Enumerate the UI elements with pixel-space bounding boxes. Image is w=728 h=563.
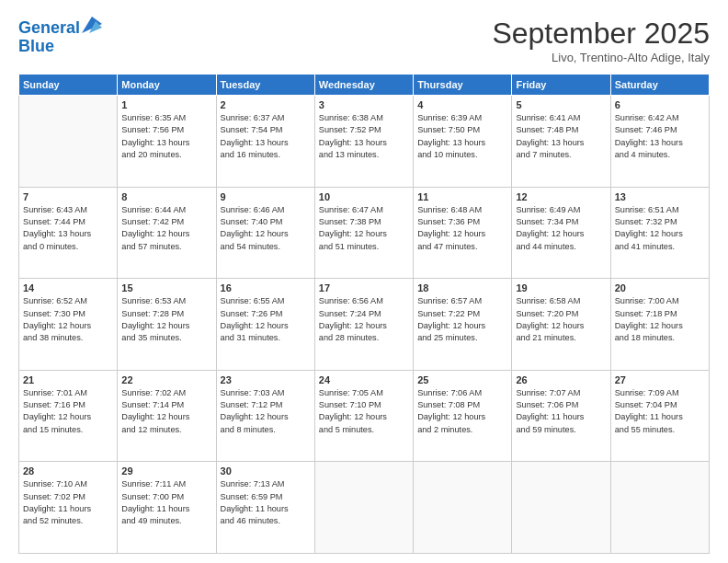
logo-blue: Blue xyxy=(18,37,54,55)
day-cell: 17Sunrise: 6:56 AM Sunset: 7:24 PM Dayli… xyxy=(314,279,413,371)
day-info: Sunrise: 7:05 AM Sunset: 7:10 PM Dayligh… xyxy=(319,387,409,436)
month-title: September 2025 xyxy=(492,17,710,51)
day-number: 18 xyxy=(417,282,507,293)
day-cell: 30Sunrise: 7:13 AM Sunset: 6:59 PM Dayli… xyxy=(216,462,314,554)
day-cell: 25Sunrise: 7:06 AM Sunset: 7:08 PM Dayli… xyxy=(414,370,512,462)
day-cell: 23Sunrise: 7:03 AM Sunset: 7:12 PM Dayli… xyxy=(216,370,314,462)
day-cell: 16Sunrise: 6:55 AM Sunset: 7:26 PM Dayli… xyxy=(216,279,314,371)
day-info: Sunrise: 6:56 AM Sunset: 7:24 PM Dayligh… xyxy=(319,295,409,344)
day-info: Sunrise: 7:09 AM Sunset: 7:04 PM Dayligh… xyxy=(615,387,705,436)
day-number: 28 xyxy=(23,465,113,477)
day-header-saturday: Saturday xyxy=(610,75,709,96)
day-cell: 22Sunrise: 7:02 AM Sunset: 7:14 PM Dayli… xyxy=(118,370,216,462)
day-info: Sunrise: 7:02 AM Sunset: 7:14 PM Dayligh… xyxy=(121,387,211,436)
week-row-5: 28Sunrise: 7:10 AM Sunset: 7:02 PM Dayli… xyxy=(19,462,710,554)
day-number: 9 xyxy=(221,191,311,202)
day-info: Sunrise: 6:46 AM Sunset: 7:40 PM Dayligh… xyxy=(221,204,311,253)
day-info: Sunrise: 7:13 AM Sunset: 6:59 PM Dayligh… xyxy=(221,478,311,527)
day-info: Sunrise: 6:52 AM Sunset: 7:30 PM Dayligh… xyxy=(23,295,113,344)
day-info: Sunrise: 6:51 AM Sunset: 7:32 PM Dayligh… xyxy=(615,204,705,253)
day-info: Sunrise: 7:01 AM Sunset: 7:16 PM Dayligh… xyxy=(23,387,113,436)
day-number: 8 xyxy=(121,191,211,202)
day-number: 27 xyxy=(615,374,705,385)
day-cell: 13Sunrise: 6:51 AM Sunset: 7:32 PM Dayli… xyxy=(610,187,709,279)
day-number: 24 xyxy=(319,374,409,385)
page: General Blue September 2025 Livo, Trenti… xyxy=(0,0,728,563)
day-number: 6 xyxy=(615,99,705,110)
day-cell: 29Sunrise: 7:11 AM Sunset: 7:00 PM Dayli… xyxy=(118,462,216,554)
day-number: 10 xyxy=(319,191,409,202)
day-info: Sunrise: 6:48 AM Sunset: 7:36 PM Dayligh… xyxy=(417,204,507,253)
day-number: 20 xyxy=(615,282,705,293)
day-header-sunday: Sunday xyxy=(19,75,118,96)
day-cell xyxy=(512,462,610,554)
day-cell: 18Sunrise: 6:57 AM Sunset: 7:22 PM Dayli… xyxy=(414,279,512,371)
day-cell: 1Sunrise: 6:35 AM Sunset: 7:56 PM Daylig… xyxy=(118,96,216,188)
day-info: Sunrise: 6:44 AM Sunset: 7:42 PM Dayligh… xyxy=(121,204,211,253)
day-info: Sunrise: 6:41 AM Sunset: 7:48 PM Dayligh… xyxy=(516,112,606,161)
calendar-header: SundayMondayTuesdayWednesdayThursdayFrid… xyxy=(19,75,710,96)
day-number: 22 xyxy=(121,374,211,385)
week-row-1: 1Sunrise: 6:35 AM Sunset: 7:56 PM Daylig… xyxy=(19,96,710,188)
day-cell: 28Sunrise: 7:10 AM Sunset: 7:02 PM Dayli… xyxy=(19,462,118,554)
day-info: Sunrise: 6:47 AM Sunset: 7:38 PM Dayligh… xyxy=(319,204,409,253)
day-cell xyxy=(19,96,118,188)
subtitle: Livo, Trentino-Alto Adige, Italy xyxy=(492,51,710,64)
day-cell: 19Sunrise: 6:58 AM Sunset: 7:20 PM Dayli… xyxy=(512,279,610,371)
day-cell: 2Sunrise: 6:37 AM Sunset: 7:54 PM Daylig… xyxy=(216,96,314,188)
day-number: 15 xyxy=(121,282,211,293)
day-info: Sunrise: 7:06 AM Sunset: 7:08 PM Dayligh… xyxy=(417,387,507,436)
day-cell: 9Sunrise: 6:46 AM Sunset: 7:40 PM Daylig… xyxy=(216,187,314,279)
day-number: 11 xyxy=(417,191,507,202)
day-cell xyxy=(610,462,709,554)
day-number: 3 xyxy=(319,99,409,110)
day-info: Sunrise: 7:00 AM Sunset: 7:18 PM Dayligh… xyxy=(615,295,705,344)
day-cell: 27Sunrise: 7:09 AM Sunset: 7:04 PM Dayli… xyxy=(610,370,709,462)
logo-general: General xyxy=(18,18,80,37)
day-number: 23 xyxy=(221,374,311,385)
day-info: Sunrise: 6:53 AM Sunset: 7:28 PM Dayligh… xyxy=(121,295,211,344)
day-info: Sunrise: 7:11 AM Sunset: 7:00 PM Dayligh… xyxy=(121,478,211,527)
day-cell: 6Sunrise: 6:42 AM Sunset: 7:46 PM Daylig… xyxy=(610,96,709,188)
day-info: Sunrise: 6:37 AM Sunset: 7:54 PM Dayligh… xyxy=(221,112,311,161)
day-info: Sunrise: 6:35 AM Sunset: 7:56 PM Dayligh… xyxy=(121,112,211,161)
day-info: Sunrise: 6:57 AM Sunset: 7:22 PM Dayligh… xyxy=(417,295,507,344)
day-info: Sunrise: 6:58 AM Sunset: 7:20 PM Dayligh… xyxy=(516,295,606,344)
day-number: 2 xyxy=(221,99,311,110)
week-row-4: 21Sunrise: 7:01 AM Sunset: 7:16 PM Dayli… xyxy=(19,370,710,462)
day-cell: 8Sunrise: 6:44 AM Sunset: 7:42 PM Daylig… xyxy=(118,187,216,279)
day-cell xyxy=(414,462,512,554)
day-header-monday: Monday xyxy=(118,75,216,96)
day-number: 26 xyxy=(516,374,606,385)
day-info: Sunrise: 6:55 AM Sunset: 7:26 PM Dayligh… xyxy=(221,295,311,344)
day-number: 25 xyxy=(417,374,507,385)
day-info: Sunrise: 7:10 AM Sunset: 7:02 PM Dayligh… xyxy=(23,478,113,527)
day-cell: 24Sunrise: 7:05 AM Sunset: 7:10 PM Dayli… xyxy=(314,370,413,462)
day-cell: 4Sunrise: 6:39 AM Sunset: 7:50 PM Daylig… xyxy=(414,96,512,188)
day-number: 1 xyxy=(121,99,211,110)
day-number: 19 xyxy=(516,282,606,293)
day-info: Sunrise: 7:07 AM Sunset: 7:06 PM Dayligh… xyxy=(516,387,606,436)
day-header-friday: Friday xyxy=(512,75,610,96)
day-cell: 15Sunrise: 6:53 AM Sunset: 7:28 PM Dayli… xyxy=(118,279,216,371)
day-cell: 26Sunrise: 7:07 AM Sunset: 7:06 PM Dayli… xyxy=(512,370,610,462)
calendar-body: 1Sunrise: 6:35 AM Sunset: 7:56 PM Daylig… xyxy=(19,96,710,554)
day-number: 30 xyxy=(221,465,311,477)
day-number: 29 xyxy=(121,465,211,477)
week-row-2: 7Sunrise: 6:43 AM Sunset: 7:44 PM Daylig… xyxy=(19,187,710,279)
day-number: 21 xyxy=(23,374,113,385)
logo: General Blue xyxy=(18,17,102,56)
week-row-3: 14Sunrise: 6:52 AM Sunset: 7:30 PM Dayli… xyxy=(19,279,710,371)
day-number: 17 xyxy=(319,282,409,293)
day-cell: 7Sunrise: 6:43 AM Sunset: 7:44 PM Daylig… xyxy=(19,187,118,279)
day-number: 12 xyxy=(516,191,606,202)
day-number: 7 xyxy=(23,191,113,202)
day-cell: 5Sunrise: 6:41 AM Sunset: 7:48 PM Daylig… xyxy=(512,96,610,188)
day-info: Sunrise: 6:38 AM Sunset: 7:52 PM Dayligh… xyxy=(319,112,409,161)
day-info: Sunrise: 6:49 AM Sunset: 7:34 PM Dayligh… xyxy=(516,204,606,253)
day-cell: 11Sunrise: 6:48 AM Sunset: 7:36 PM Dayli… xyxy=(414,187,512,279)
day-number: 16 xyxy=(221,282,311,293)
day-header-tuesday: Tuesday xyxy=(216,75,314,96)
logo-bird-icon xyxy=(82,17,102,33)
day-info: Sunrise: 7:03 AM Sunset: 7:12 PM Dayligh… xyxy=(221,387,311,436)
